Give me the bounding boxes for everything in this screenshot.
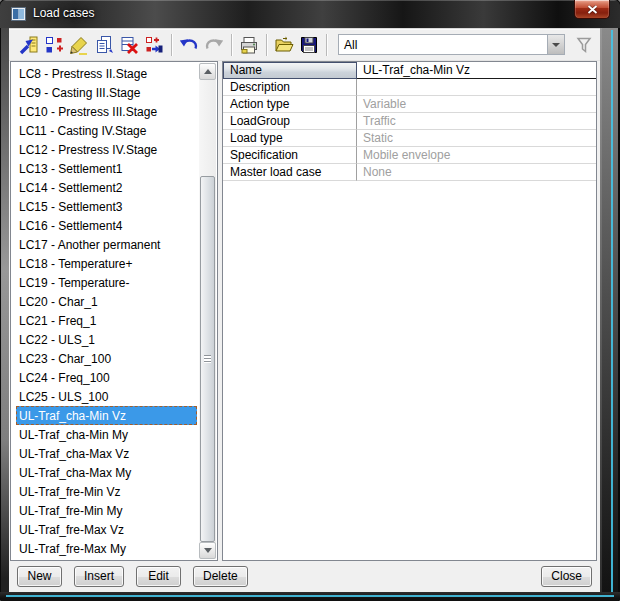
- list-item[interactable]: LC25 - ULS_100: [16, 387, 197, 406]
- redo-button[interactable]: [202, 33, 226, 57]
- save-icon: [299, 35, 319, 55]
- property-label[interactable]: LoadGroup: [223, 113, 357, 130]
- property-label[interactable]: Action type: [223, 96, 357, 113]
- close-icon: [587, 5, 598, 14]
- print-button[interactable]: [237, 33, 261, 57]
- list-item[interactable]: LC17 - Another permanent: [16, 235, 197, 254]
- close-button[interactable]: Close: [541, 566, 592, 587]
- save-button[interactable]: [297, 33, 321, 57]
- property-value[interactable]: Variable: [357, 96, 596, 113]
- add-load-case-icon: [44, 35, 64, 55]
- window-border-bottom: [0, 592, 620, 601]
- property-row: LoadGroupTraffic: [223, 113, 596, 130]
- property-row: Action typeVariable: [223, 96, 596, 113]
- property-label[interactable]: Name: [223, 62, 357, 79]
- list-item[interactable]: LC13 - Settlement1: [16, 159, 197, 178]
- property-row: Description: [223, 79, 596, 96]
- scroll-up-button[interactable]: [199, 63, 216, 80]
- property-value[interactable]: None: [357, 164, 596, 181]
- list-item[interactable]: LC10 - Prestress III.Stage: [16, 102, 197, 121]
- scroll-down-button[interactable]: [199, 542, 216, 559]
- list-item[interactable]: LC11 - Casting IV.Stage: [16, 121, 197, 140]
- property-label[interactable]: Load type: [223, 130, 357, 147]
- goto-load-case-button[interactable]: [17, 33, 41, 57]
- filter-funnel-icon: [574, 35, 594, 55]
- edit-button[interactable]: Edit: [136, 566, 181, 587]
- filter-combobox[interactable]: All: [338, 34, 565, 55]
- list-item[interactable]: UL-Traf_fre-Min My: [16, 501, 197, 520]
- property-row: Master load caseNone: [223, 164, 596, 181]
- delete-icon: [119, 35, 139, 55]
- property-value[interactable]: [357, 79, 596, 96]
- property-value[interactable]: Mobile envelope: [357, 147, 596, 164]
- title-bar: Load cases: [0, 0, 620, 28]
- list-item[interactable]: LC14 - Settlement2: [16, 178, 197, 197]
- delete-load-case-button[interactable]: [117, 33, 141, 57]
- up-arrow-icon: [204, 69, 212, 74]
- window-border-right: [600, 28, 620, 601]
- new-load-case-button[interactable]: [42, 33, 66, 57]
- property-value[interactable]: UL-Traf_cha-Min Vz: [357, 62, 596, 79]
- list-item[interactable]: UL-Traf_fre-Max Vz: [16, 520, 197, 539]
- list-item[interactable]: LC15 - Settlement3: [16, 197, 197, 216]
- edit-load-case-button[interactable]: [67, 33, 91, 57]
- list-item[interactable]: LC20 - Char_1: [16, 292, 197, 311]
- close-window-button[interactable]: [574, 0, 610, 19]
- undo-button[interactable]: [177, 33, 201, 57]
- list-item[interactable]: UL-Traf_cha-Min Vz: [16, 406, 197, 425]
- list-item[interactable]: LC12 - Prestress IV.Stage: [16, 140, 197, 159]
- list-item[interactable]: LC18 - Temperature+: [16, 254, 197, 273]
- scrollbar-thumb[interactable]: [200, 176, 215, 542]
- list-item[interactable]: UL-Traf_cha-Max My: [16, 463, 197, 482]
- list-item[interactable]: LC9 - Casting III.Stage: [16, 83, 197, 102]
- print-icon: [239, 35, 259, 55]
- toolbar-separator: [326, 34, 328, 56]
- list-item[interactable]: UL-Traf_cha-Min My: [16, 425, 197, 444]
- list-item[interactable]: LC19 - Temperature-: [16, 273, 197, 292]
- combobox-dropdown-button[interactable]: [547, 35, 564, 54]
- window-icon: [11, 7, 26, 21]
- filter-button[interactable]: [572, 33, 596, 57]
- list-item[interactable]: UL-Traf_fre-Min Vz: [16, 482, 197, 501]
- window-border-left: [0, 28, 9, 601]
- load-case-list-panel: LC8 - Prestress II.StageLC9 - Casting II…: [10, 61, 218, 561]
- window-title: Load cases: [33, 6, 94, 20]
- toolbar-separator: [171, 34, 173, 56]
- scrollbar-grip: [204, 355, 211, 363]
- client-area: All LC8 - Prestress II.StageLC9 - Castin…: [9, 28, 600, 592]
- property-label[interactable]: Specification: [223, 147, 357, 164]
- filter-combobox-value: All: [344, 38, 357, 52]
- open-button[interactable]: [272, 33, 296, 57]
- list-item[interactable]: UL-Traf_cha-Max Vz: [16, 444, 197, 463]
- property-label[interactable]: Description: [223, 79, 357, 96]
- list-item[interactable]: LC22 - ULS_1: [16, 330, 197, 349]
- delete-button[interactable]: Delete: [193, 566, 248, 587]
- property-row: Load typeStatic: [223, 130, 596, 147]
- load-cases-window: Load cases: [0, 0, 620, 601]
- property-label[interactable]: Master load case: [223, 164, 357, 181]
- copy-load-case-button[interactable]: [92, 33, 116, 57]
- insert-button[interactable]: Insert: [74, 566, 124, 587]
- open-folder-icon: [274, 35, 294, 55]
- insert-load-case-button[interactable]: [142, 33, 166, 57]
- list-item[interactable]: LC21 - Freq_1: [16, 311, 197, 330]
- property-value[interactable]: Traffic: [357, 113, 596, 130]
- list-item[interactable]: UL-Traf_fre-Max My: [16, 539, 197, 558]
- property-row: SpecificationMobile envelope: [223, 147, 596, 164]
- list-item[interactable]: LC23 - Char_100: [16, 349, 197, 368]
- content-area: LC8 - Prestress II.StageLC9 - Casting II…: [9, 61, 600, 561]
- property-value[interactable]: Static: [357, 130, 596, 147]
- goto-icon: [19, 35, 39, 55]
- property-grid: NameUL-Traf_cha-Min VzDescriptionAction …: [222, 61, 597, 561]
- list-item[interactable]: LC24 - Freq_100: [16, 368, 197, 387]
- edit-pencil-icon: [69, 35, 89, 55]
- down-arrow-icon: [204, 548, 212, 553]
- redo-icon: [204, 35, 224, 55]
- bottom-button-bar: New Insert Edit Delete Close: [9, 560, 600, 592]
- list-scrollbar[interactable]: [199, 63, 216, 559]
- toolbar-separator: [266, 34, 268, 56]
- list-item[interactable]: LC8 - Prestress II.Stage: [16, 64, 197, 83]
- list-item[interactable]: LC16 - Settlement4: [16, 216, 197, 235]
- toolbar-separator: [231, 34, 233, 56]
- new-button[interactable]: New: [17, 566, 62, 587]
